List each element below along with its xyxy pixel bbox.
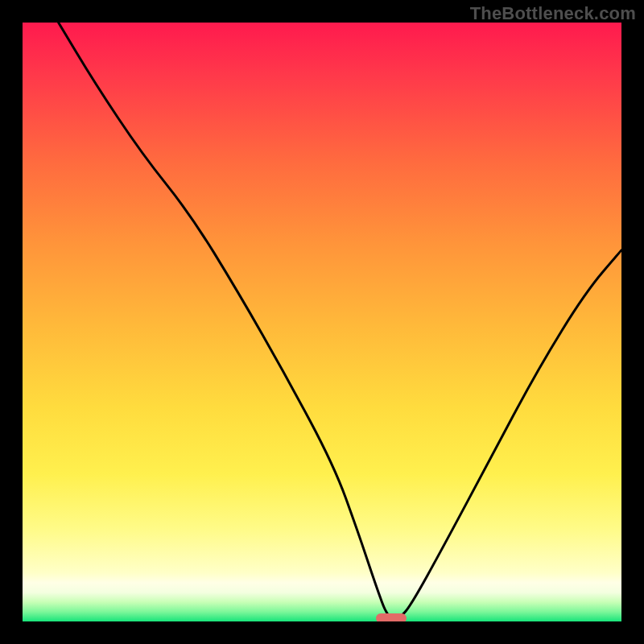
sweet-spot-marker [376,613,407,621]
attribution-label: TheBottleneck.com [470,3,636,24]
curve-svg [23,23,621,621]
plot-area [23,23,621,621]
chart-frame: TheBottleneck.com [0,0,644,644]
bottleneck-curve [59,23,621,618]
